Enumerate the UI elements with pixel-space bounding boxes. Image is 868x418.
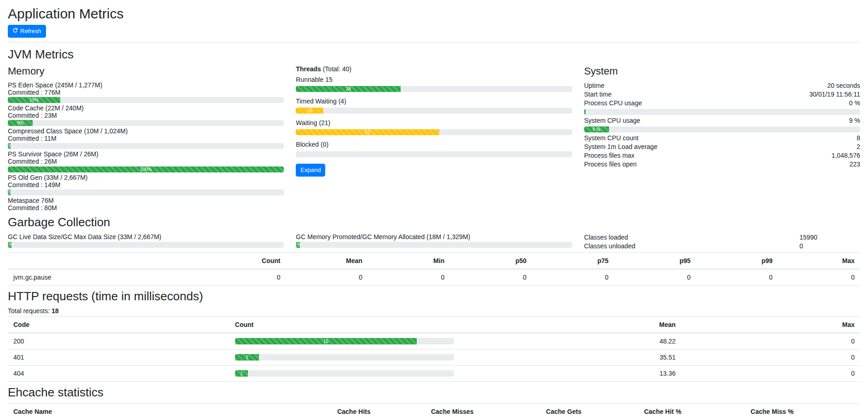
- progress-track: 9%: [8, 120, 284, 126]
- memory-pool: Metaspace 76MCommitted : 80M: [8, 197, 284, 212]
- gc-classes-block: Classes loaded 15990 Classes unloaded 0: [584, 233, 860, 251]
- progress-bar: 52: [296, 129, 439, 135]
- system-row: Process CPU usage0 %: [584, 99, 860, 108]
- ehcache-column-header: Cache Hits: [332, 404, 425, 418]
- threads-column: Threads (Total: 40) Runnable 1538Timed W…: [296, 65, 572, 212]
- system-row-value: 8: [857, 134, 860, 143]
- memory-pool-label: PS Old Gen (33M / 2,667M): [8, 174, 284, 181]
- system-row-label: System 1m Load average: [584, 143, 658, 151]
- gc-column-header: p99: [696, 253, 778, 269]
- progress-bar: 9%: [8, 120, 33, 126]
- thread-state: Runnable 1538: [296, 76, 572, 92]
- memory-pool-label: Metaspace 76M: [8, 197, 284, 204]
- system-row-value: 9 %: [849, 116, 860, 125]
- memory-pool-committed: Committed : 149M: [8, 181, 284, 189]
- gc-table-row: jvm.gc.pause00000000: [8, 269, 860, 286]
- gc-promoted-block: GC Memory Promoted/GC Memory Allocated (…: [296, 233, 572, 251]
- progress-track: 1%: [8, 189, 284, 195]
- ehcache-column-header: Cache Miss %: [745, 404, 860, 418]
- refresh-button-label: Refresh: [20, 27, 41, 35]
- http-count-cell: 1: [230, 366, 460, 382]
- progress-bar: [584, 109, 586, 115]
- gc-metrics-table: CountMeanMinp50p75p95p99Maxjvm.gc.pause0…: [8, 252, 860, 286]
- progress-track: 9 %: [584, 126, 860, 132]
- system-row: Process files open223: [584, 160, 860, 169]
- memory-pool: Compressed Class Space (10M / 1,024M)Com…: [8, 127, 284, 149]
- progress-track: [296, 151, 572, 157]
- http-table-row: 404113.360: [8, 366, 860, 382]
- progress-track: 1%: [8, 242, 284, 248]
- memory-heading: Memory: [8, 65, 284, 77]
- system-row-label: System CPU usage: [584, 116, 640, 125]
- system-progress: [584, 109, 860, 115]
- header-divider: [8, 42, 860, 43]
- gc-heading: Garbage Collection: [8, 215, 860, 229]
- system-row: System 1m Load average2: [584, 143, 860, 151]
- total-requests-label: Total requests:: [8, 307, 50, 315]
- memory-pool-label: Compressed Class Space (10M / 1,024M): [8, 127, 284, 135]
- thread-state-label: Waiting (21): [296, 119, 572, 126]
- gc-column-header: Count: [204, 253, 286, 269]
- thread-state: Waiting (21)52: [296, 119, 572, 135]
- ehcache-column-header: Cache Misses: [425, 404, 540, 418]
- memory-column: Memory PS Eden Space (245M / 1,277M)Comm…: [8, 65, 284, 212]
- total-requests: Total requests: 18: [8, 307, 860, 315]
- gc-metric-name: jvm.gc.pause: [8, 269, 204, 286]
- gc-metric-value: 0: [696, 269, 778, 286]
- progress-track: 52: [296, 129, 572, 135]
- system-row: System CPU count8: [584, 134, 860, 143]
- classes-loaded-value: 15990: [799, 233, 860, 242]
- ehcache-statistics-table: Cache NameCache HitsCache MissesCache Ge…: [8, 403, 860, 418]
- http-table-row: 2001548.220: [8, 333, 860, 349]
- http-code: 404: [8, 366, 230, 382]
- gc-metric-value: 0: [614, 269, 696, 286]
- thread-state: Timed Waiting (4)10: [296, 97, 572, 114]
- gc-metric-value: 0: [450, 269, 532, 286]
- http-count-cell: 15: [230, 333, 460, 349]
- http-mean: 35.51: [460, 349, 681, 366]
- system-row: Start time30/01/19 11:56:11: [584, 90, 860, 99]
- progress-track: 1%: [8, 143, 284, 149]
- thread-state-list: Runnable 1538Timed Waiting (4)10Waiting …: [296, 76, 572, 157]
- http-mean: 48.22: [460, 333, 681, 349]
- progress-track: [584, 109, 860, 115]
- application-metrics-page: Application Metrics Refresh JVM Metrics …: [0, 0, 868, 418]
- progress-bar: 1%: [296, 242, 299, 248]
- refresh-icon: [12, 27, 18, 35]
- system-row-label: Process files open: [584, 160, 637, 169]
- progress-bar: 1%: [8, 242, 11, 248]
- http-max: 0: [681, 333, 860, 349]
- http-requests-table: CodeCountMeanMax2001548.220401235.510404…: [8, 316, 860, 382]
- gc-live-data-label: GC Live Data Size/GC Max Data Size (33M …: [8, 233, 284, 240]
- classes-loaded-row: Classes loaded 15990: [584, 233, 860, 242]
- system-column: System Uptime20 secondsStart time30/01/1…: [584, 65, 860, 212]
- classes-unloaded-row: Classes unloaded 0: [584, 242, 860, 251]
- ehcache-column-header: Cache Hit %: [638, 404, 745, 418]
- expand-button[interactable]: Expand: [296, 164, 325, 177]
- system-row-value: 30/01/19 11:56:11: [809, 90, 860, 99]
- total-requests-value: 18: [52, 307, 59, 315]
- classes-loaded-label: Classes loaded: [584, 233, 799, 242]
- classes-unloaded-value: 0: [799, 242, 860, 251]
- gc-column-header: [8, 253, 204, 269]
- system-row-label: Process files max: [584, 151, 635, 160]
- http-column-header: Max: [681, 317, 860, 333]
- memory-pool-label: PS Survivor Space (26M / 26M): [8, 150, 284, 158]
- jvm-metrics-row: Memory PS Eden Space (245M / 1,277M)Comm…: [8, 65, 860, 212]
- ehcache-table-head: Cache NameCache HitsCache MissesCache Ge…: [8, 404, 860, 418]
- gc-metric-value: 0: [778, 269, 860, 286]
- ehcache-heading: Ehcache statistics: [8, 385, 860, 400]
- http-code: 401: [8, 349, 230, 366]
- system-heading: System: [584, 65, 860, 77]
- thread-state-label: Timed Waiting (4): [296, 97, 572, 105]
- system-row-value: 2: [857, 143, 860, 151]
- http-column-header: Code: [8, 317, 230, 333]
- gc-column-header: p95: [614, 253, 696, 269]
- ehcache-column-header: Cache Name: [8, 404, 332, 418]
- progress-bar: 19%: [8, 97, 60, 103]
- memory-pool-list: PS Eden Space (245M / 1,277M)Committed :…: [8, 81, 284, 212]
- gc-column-header: p50: [450, 253, 532, 269]
- progress-track: 19%: [8, 97, 284, 103]
- refresh-button[interactable]: Refresh: [8, 25, 46, 38]
- progress-bar: 15: [235, 338, 417, 344]
